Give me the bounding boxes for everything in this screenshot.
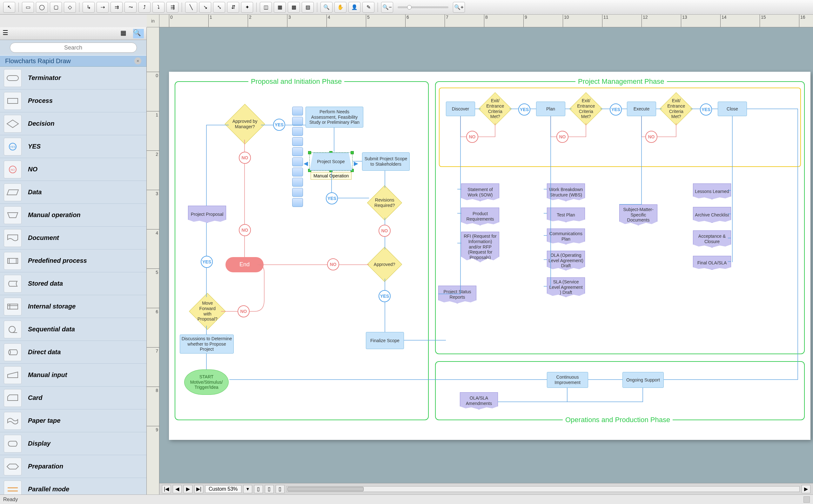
selected-node[interactable]: Project Scope — [309, 152, 352, 171]
panel-search-icon[interactable]: 🔍 — [133, 29, 144, 38]
scroll-last-icon[interactable]: ▶| — [194, 485, 203, 493]
hscroll-track[interactable] — [286, 486, 800, 492]
doc-wbs[interactable]: Work Breakdown Structure (WBS) — [547, 183, 585, 201]
node-end[interactable]: End — [225, 257, 263, 272]
shape-item[interactable]: Manual input — [0, 364, 146, 387]
node-ongoing[interactable]: Ongoing Support — [623, 372, 664, 388]
zoom-level[interactable]: Custom 53% — [205, 485, 241, 493]
shape-item[interactable]: Internal storage — [0, 295, 146, 318]
ctx-shape-6-icon[interactable] — [292, 157, 303, 166]
connector-tool-1-icon[interactable]: ↳ — [83, 2, 95, 13]
ctx-shape-4-icon[interactable] — [292, 137, 303, 146]
shape-item[interactable]: Parallel mode — [0, 478, 146, 494]
scroll-next-icon[interactable]: ▶ — [183, 485, 192, 493]
pan-tool-icon[interactable]: ✋ — [334, 2, 346, 13]
ctx-shape-10-icon[interactable] — [292, 198, 303, 207]
connector-tool-6-icon[interactable]: ⤵ — [152, 2, 164, 13]
shape-tool-icon[interactable]: ◇ — [64, 2, 76, 13]
zoom-tool-icon[interactable]: 🔍 — [320, 2, 332, 13]
doc-prodreq[interactable]: Product Requirements — [461, 208, 499, 225]
shape-item[interactable]: Manual operation — [0, 204, 146, 227]
group-tool-3-icon[interactable]: ▩ — [288, 2, 300, 13]
doc-finalola[interactable]: Final OLA/SLA — [693, 256, 731, 270]
panel-section-header[interactable]: Flowcharts Rapid Draw × — [0, 55, 146, 67]
ctx-shape-8-icon[interactable] — [292, 178, 303, 187]
shape-item[interactable]: YESYES — [0, 135, 146, 158]
scroll-prev-icon[interactable]: ◀ — [173, 485, 182, 493]
scroll-right-icon[interactable]: ▶ — [802, 485, 810, 493]
canvas[interactable]: Proposal and Initiation Phase Project Ma… — [159, 27, 813, 483]
connector-tool-5-icon[interactable]: ⤴ — [138, 2, 150, 13]
line-tool-1-icon[interactable]: ╲ — [185, 2, 197, 13]
panel-view-grid-icon[interactable]: ▦ — [120, 29, 131, 38]
connector-tool-7-icon[interactable]: ⇶ — [166, 2, 178, 13]
scroll-first-icon[interactable]: |◀ — [162, 485, 171, 493]
page[interactable]: Proposal and Initiation Phase Project Ma… — [169, 72, 810, 440]
eyedropper-tool-icon[interactable]: ✎ — [362, 2, 374, 13]
node-start[interactable]: START Motive/Stimulus/ Trigger/Idea — [184, 369, 229, 395]
shape-item[interactable]: Preparation — [0, 455, 146, 478]
rounded-tool-icon[interactable]: ▢ — [50, 2, 62, 13]
shape-item[interactable]: Sequential data — [0, 318, 146, 341]
tab-1[interactable]: ▯ — [254, 485, 263, 493]
doc-commplan[interactable]: Communications Plan — [547, 229, 585, 244]
shape-item[interactable]: Data — [0, 181, 146, 204]
line-tool-2-icon[interactable]: ↘ — [199, 2, 211, 13]
doc-lessons[interactable]: Lessons Learned — [693, 183, 731, 199]
ctx-shape-7-icon[interactable] — [292, 168, 303, 176]
doc-ola[interactable]: OLA (Operating Level Agreement) Draft — [547, 251, 585, 270]
node-plan[interactable]: Plan — [536, 102, 565, 116]
shape-item[interactable]: Document — [0, 227, 146, 249]
connector-tool-2-icon[interactable]: ⇢ — [97, 2, 109, 13]
doc-sla[interactable]: SLA (Service Level Agreement ) Draft — [547, 277, 585, 297]
group-tool-2-icon[interactable]: ▦ — [274, 2, 286, 13]
zoom-in-icon[interactable]: 🔍+ — [453, 2, 465, 13]
shape-item[interactable]: Process — [0, 90, 146, 112]
doc-projprop[interactable]: Project Proposal — [188, 206, 226, 223]
group-tool-1-icon[interactable]: ◫ — [260, 2, 272, 13]
line-tool-5-icon[interactable]: ✦ — [241, 2, 253, 13]
ctx-shape-5-icon[interactable] — [292, 147, 303, 156]
ctx-shape-3-icon[interactable] — [292, 127, 303, 136]
shape-item[interactable]: Display — [0, 432, 146, 455]
shape-item[interactable]: Card — [0, 387, 146, 409]
node-perform[interactable]: Perform Needs Assessment, Feasibility St… — [305, 107, 363, 128]
zoom-dropdown-icon[interactable]: ▾ — [243, 485, 252, 493]
node-discover[interactable]: Discover — [446, 102, 475, 116]
ctx-shape-9-icon[interactable] — [292, 188, 303, 197]
ctx-shape-1-icon[interactable] — [292, 107, 303, 116]
group-tool-4-icon[interactable]: ▨ — [302, 2, 314, 13]
actor-tool-icon[interactable]: 👤 — [348, 2, 360, 13]
selection-arrow-right-icon[interactable]: ▶ — [354, 160, 358, 167]
doc-rfi[interactable]: RFI (Request for Information) and/or RFP… — [461, 232, 499, 262]
ellipse-tool-icon[interactable]: ◯ — [36, 2, 48, 13]
panel-view-tree-icon[interactable]: ☰ — [3, 29, 13, 38]
node-execute[interactable]: Execute — [627, 102, 656, 116]
search-input[interactable] — [10, 43, 137, 53]
connector-tool-3-icon[interactable]: ⇉ — [110, 2, 123, 13]
doc-psr[interactable]: Project Status Reports — [438, 286, 477, 303]
connector-tool-4-icon[interactable]: ⤳ — [124, 2, 137, 13]
doc-olasla[interactable]: OLA/SLA Amendments — [460, 392, 498, 409]
node-submit[interactable]: Submit Project Scope to Stakeholders — [362, 152, 410, 171]
shape-item[interactable]: Paper tape — [0, 409, 146, 432]
close-icon[interactable]: × — [134, 57, 141, 64]
node-discuss[interactable]: Discussions to Determine whether to Prop… — [180, 335, 234, 354]
shape-item[interactable]: Decision — [0, 112, 146, 135]
tab-3[interactable]: ▯ — [276, 485, 284, 493]
zoom-out-icon[interactable]: 🔍− — [381, 2, 393, 13]
node-close[interactable]: Close — [718, 102, 747, 116]
shape-item[interactable]: NONO — [0, 158, 146, 181]
doc-sme[interactable]: Subject-Matter-Specific Documents — [619, 204, 657, 225]
zoom-slider[interactable] — [397, 6, 449, 8]
tab-2[interactable]: ▯ — [265, 485, 274, 493]
rect-tool-icon[interactable]: ▭ — [22, 2, 34, 13]
node-project-scope[interactable]: Project Scope — [310, 153, 352, 170]
shape-item[interactable]: Predefined process — [0, 249, 146, 272]
doc-testplan[interactable]: Test Plan — [547, 208, 585, 222]
node-finalize[interactable]: Finalize Scope — [366, 332, 404, 349]
shape-item[interactable]: Direct data — [0, 341, 146, 364]
doc-archive[interactable]: Archive Checklist — [693, 207, 731, 223]
node-contimprov[interactable]: Continuous Improvement — [547, 372, 588, 388]
doc-sow[interactable]: Statement of Work (SOW) — [461, 183, 499, 201]
